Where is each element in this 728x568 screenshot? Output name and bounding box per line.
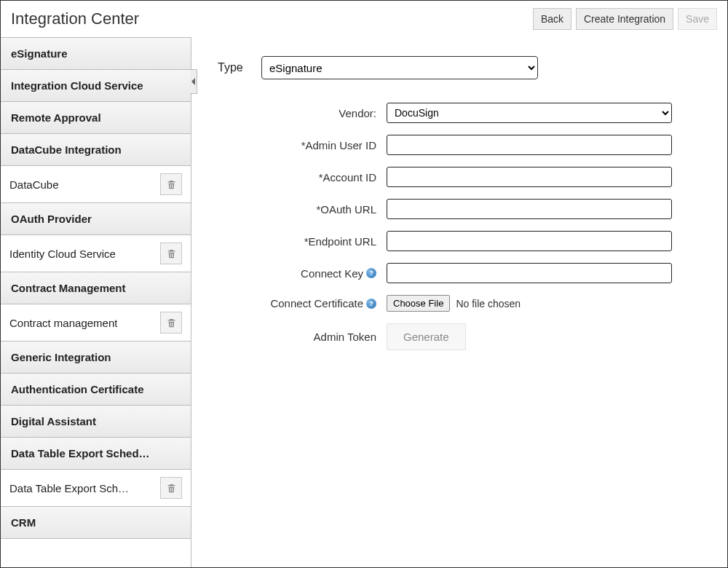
oauth-url-input[interactable] <box>387 199 672 219</box>
type-select[interactable]: eSignature <box>261 56 538 79</box>
header-buttons: Back Create Integration Save <box>533 8 717 30</box>
admin-user-id-label: *Admin User ID <box>218 139 387 151</box>
sidebar[interactable]: eSignatureIntegration Cloud ServiceRemot… <box>1 37 191 567</box>
oauth-url-label: *OAuth URL <box>218 203 387 216</box>
connect-key-label-text: Connect Key <box>301 267 363 280</box>
type-label: Type <box>218 61 261 74</box>
account-id-input[interactable] <box>387 167 672 187</box>
sidebar-header[interactable]: Integration Cloud Service <box>1 70 191 102</box>
sidebar-header[interactable]: Generic Integration <box>1 342 191 374</box>
file-status: No file chosen <box>456 298 521 309</box>
sidebar-header[interactable]: OAuth Provider <box>1 203 191 235</box>
main-panel: Type eSignature Vendor: DocuSign *Admin … <box>191 37 727 567</box>
header: Integration Center Back Create Integrati… <box>1 1 727 37</box>
sidebar-header[interactable]: Authentication Certificate <box>1 374 191 406</box>
trash-icon[interactable] <box>160 242 182 264</box>
endpoint-url-input[interactable] <box>387 231 672 251</box>
page-title: Integration Center <box>11 9 139 28</box>
sidebar-header[interactable]: Remote Approval <box>1 102 191 134</box>
trash-icon[interactable] <box>160 477 182 499</box>
sidebar-header[interactable]: Contract Management <box>1 272 191 304</box>
admin-token-label: Admin Token <box>218 331 387 343</box>
vendor-label: Vendor: <box>218 107 387 119</box>
sidebar-item-label: Data Table Export Sch… <box>9 482 129 494</box>
sidebar-collapse-handle[interactable] <box>190 69 197 94</box>
sidebar-item[interactable]: Contract management <box>1 304 191 342</box>
help-icon[interactable]: ? <box>366 268 376 278</box>
sidebar-item[interactable]: DataCube <box>1 166 191 203</box>
generate-button: Generate <box>387 323 466 350</box>
sidebar-header[interactable]: Digital Assistant <box>1 406 191 438</box>
sidebar-header[interactable]: CRM <box>1 507 191 539</box>
vendor-select[interactable]: DocuSign <box>387 103 672 123</box>
sidebar-item-label: Identity Cloud Service <box>9 248 116 260</box>
body: eSignatureIntegration Cloud ServiceRemot… <box>1 37 727 567</box>
save-button: Save <box>678 8 717 30</box>
sidebar-item[interactable]: Data Table Export Sch… <box>1 470 191 507</box>
sidebar-item-label: DataCube <box>9 178 59 191</box>
trash-icon[interactable] <box>160 173 182 195</box>
sidebar-header[interactable]: DataCube Integration <box>1 134 191 166</box>
sidebar-header[interactable]: Data Table Export Sched… <box>1 438 191 470</box>
endpoint-url-label: *Endpoint URL <box>218 235 387 248</box>
account-id-label: *Account ID <box>218 171 387 184</box>
connect-key-input[interactable] <box>387 263 672 283</box>
sidebar-item-label: Contract management <box>9 317 117 329</box>
help-icon[interactable]: ? <box>366 299 376 309</box>
connect-key-label: Connect Key ? <box>218 267 387 280</box>
type-row: Type eSignature <box>218 56 701 79</box>
connect-cert-label-text: Connect Certificate <box>270 297 363 309</box>
choose-file-button[interactable]: Choose File <box>387 295 450 312</box>
admin-user-id-input[interactable] <box>387 135 672 155</box>
back-button[interactable]: Back <box>533 8 571 30</box>
create-integration-button[interactable]: Create Integration <box>576 8 673 30</box>
trash-icon[interactable] <box>160 312 182 334</box>
connect-cert-label: Connect Certificate ? <box>218 297 387 309</box>
sidebar-header[interactable]: eSignature <box>1 38 191 70</box>
sidebar-item[interactable]: Identity Cloud Service <box>1 235 191 272</box>
